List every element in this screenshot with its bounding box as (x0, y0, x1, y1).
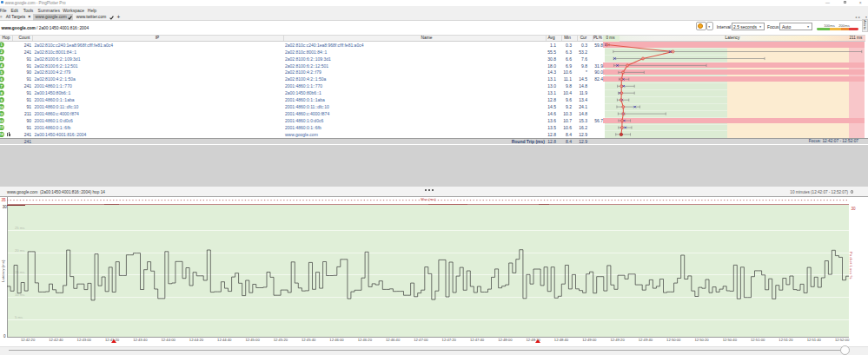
svg-text:10: 10 (0, 106, 3, 109)
svg-text:11: 11 (0, 113, 3, 116)
svg-text:13: 13 (0, 126, 3, 129)
svg-text:14: 14 (0, 133, 3, 136)
svg-text:12: 12 (0, 120, 3, 123)
